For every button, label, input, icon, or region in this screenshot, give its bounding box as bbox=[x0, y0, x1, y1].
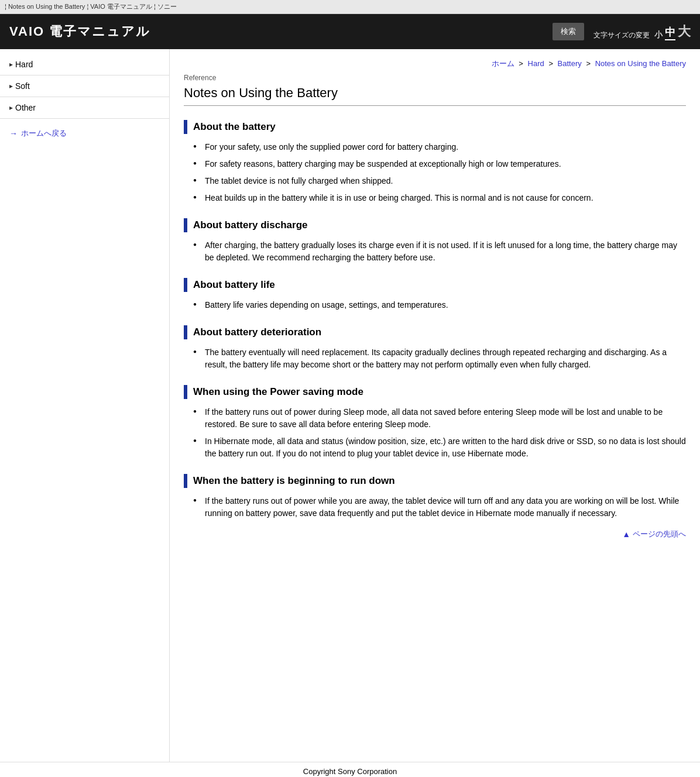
sidebar-arrow-soft: ▸ bbox=[9, 82, 13, 90]
section-power-saving: When using the Power saving mode If the … bbox=[184, 385, 686, 460]
sidebar-item-hard[interactable]: ▸ Hard bbox=[0, 54, 169, 75]
browser-tab-label: ¦ Notes on Using the Battery ¦ VAIO 電子マニ… bbox=[5, 3, 177, 10]
list-item: In Hibernate mode, all data and status (… bbox=[193, 435, 686, 460]
list-item: If the battery runs out of power while y… bbox=[193, 495, 686, 520]
section-0-list: For your safety, use only the supplied p… bbox=[184, 141, 686, 204]
list-item: For safety reasons, battery charging may… bbox=[193, 158, 686, 170]
sidebar-home-link-area: → ホームへ戻る bbox=[0, 119, 169, 148]
sidebar-item-hard-label: Hard bbox=[15, 60, 33, 69]
section-heading-deterioration: About battery deterioration bbox=[184, 325, 686, 339]
main-content: ホーム > Hard > Battery > Notes on Using th… bbox=[170, 49, 700, 762]
section-title-about-battery: About the battery bbox=[193, 121, 276, 133]
breadcrumb-sep1: > bbox=[519, 59, 523, 68]
section-heading-about-battery: About the battery bbox=[184, 120, 686, 134]
list-item: Heat builds up in the battery while it i… bbox=[193, 192, 686, 204]
section-bar-icon bbox=[184, 120, 187, 134]
sidebar-item-soft-label: Soft bbox=[15, 81, 30, 91]
list-item: The battery eventually will need replace… bbox=[193, 346, 686, 371]
section-heading-life: About battery life bbox=[184, 278, 686, 292]
page-title: Notes on Using the Battery bbox=[184, 85, 686, 106]
browser-tab: ¦ Notes on Using the Battery ¦ VAIO 電子マニ… bbox=[0, 0, 700, 14]
section-1-list: After charging, the battery gradually lo… bbox=[184, 239, 686, 264]
section-2-list: Battery life varies depending on usage, … bbox=[184, 299, 686, 311]
section-4-list: If the battery runs out of power during … bbox=[184, 406, 686, 460]
header-controls: 検索 文字サイズの変更 小 中 大 bbox=[553, 23, 691, 40]
sidebar-link-arrow-icon: → bbox=[9, 129, 18, 138]
copyright-text: Copyright Sony Corporation bbox=[303, 767, 397, 776]
list-item: After charging, the battery gradually lo… bbox=[193, 239, 686, 264]
breadcrumb-home[interactable]: ホーム bbox=[492, 59, 514, 68]
sidebar: ▸ Hard ▸ Soft ▸ Other → ホームへ戻る bbox=[0, 49, 170, 762]
section-heading-discharge: About battery discharge bbox=[184, 218, 686, 232]
section-life: About battery life Battery life varies d… bbox=[184, 278, 686, 311]
section-bar-icon bbox=[184, 278, 187, 292]
list-item: For your safety, use only the supplied p… bbox=[193, 141, 686, 153]
section-title-deterioration: About battery deterioration bbox=[193, 326, 321, 338]
section-5-list: If the battery runs out of power while y… bbox=[184, 495, 686, 520]
sidebar-arrow-other: ▸ bbox=[9, 104, 13, 112]
section-title-run-down: When the battery is beginning to run dow… bbox=[193, 475, 395, 487]
top-link-area[interactable]: ▲ ページの先頭へ bbox=[184, 529, 686, 539]
font-size-medium[interactable]: 中 bbox=[665, 25, 675, 40]
layout: ▸ Hard ▸ Soft ▸ Other → ホームへ戻る ホーム > Har… bbox=[0, 49, 700, 762]
header: VAIO 電子マニュアル 検索 文字サイズの変更 小 中 大 bbox=[0, 14, 700, 49]
section-heading-run-down: When the battery is beginning to run dow… bbox=[184, 474, 686, 488]
breadcrumb-sep2: > bbox=[548, 59, 553, 68]
sidebar-home-link[interactable]: ホームへ戻る bbox=[21, 128, 67, 139]
section-bar-icon bbox=[184, 218, 187, 232]
section-deterioration: About battery deterioration The battery … bbox=[184, 325, 686, 371]
font-size-large[interactable]: 大 bbox=[678, 23, 691, 40]
section-run-down: When the battery is beginning to run dow… bbox=[184, 474, 686, 520]
font-size-controls: 文字サイズの変更 小 中 大 bbox=[593, 23, 691, 40]
breadcrumb: ホーム > Hard > Battery > Notes on Using th… bbox=[184, 59, 686, 69]
breadcrumb-current[interactable]: Notes on Using the Battery bbox=[595, 59, 686, 68]
section-discharge: About battery discharge After charging, … bbox=[184, 218, 686, 264]
app-title: VAIO 電子マニュアル bbox=[9, 23, 150, 40]
section-3-list: The battery eventually will need replace… bbox=[184, 346, 686, 371]
breadcrumb-sep3: > bbox=[586, 59, 591, 68]
font-size-label: 文字サイズの変更 bbox=[593, 30, 650, 40]
list-item: The tablet device is not fully charged w… bbox=[193, 175, 686, 187]
section-bar-icon bbox=[184, 325, 187, 339]
section-bar-icon bbox=[184, 474, 187, 488]
font-size-small[interactable]: 小 bbox=[654, 30, 663, 40]
section-title-power-saving: When using the Power saving mode bbox=[193, 386, 363, 398]
sidebar-item-other-label: Other bbox=[15, 103, 36, 112]
breadcrumb-hard[interactable]: Hard bbox=[528, 59, 544, 68]
section-title-life: About battery life bbox=[193, 279, 275, 291]
sidebar-arrow-hard: ▸ bbox=[9, 60, 13, 68]
search-button[interactable]: 検索 bbox=[553, 23, 584, 40]
sidebar-item-other[interactable]: ▸ Other bbox=[0, 97, 169, 119]
footer: Copyright Sony Corporation bbox=[0, 762, 700, 777]
section-heading-power-saving: When using the Power saving mode bbox=[184, 385, 686, 399]
section-bar-icon bbox=[184, 385, 187, 399]
section-title-discharge: About battery discharge bbox=[193, 219, 308, 231]
sidebar-item-soft[interactable]: ▸ Soft bbox=[0, 75, 169, 97]
reference-label: Reference bbox=[184, 74, 686, 82]
list-item: If the battery runs out of power during … bbox=[193, 406, 686, 431]
list-item: Battery life varies depending on usage, … bbox=[193, 299, 686, 311]
top-link-triangle-icon: ▲ bbox=[622, 530, 630, 539]
section-about-battery: About the battery For your safety, use o… bbox=[184, 120, 686, 204]
breadcrumb-battery[interactable]: Battery bbox=[558, 59, 582, 68]
top-link-label[interactable]: ページの先頭へ bbox=[633, 529, 686, 539]
